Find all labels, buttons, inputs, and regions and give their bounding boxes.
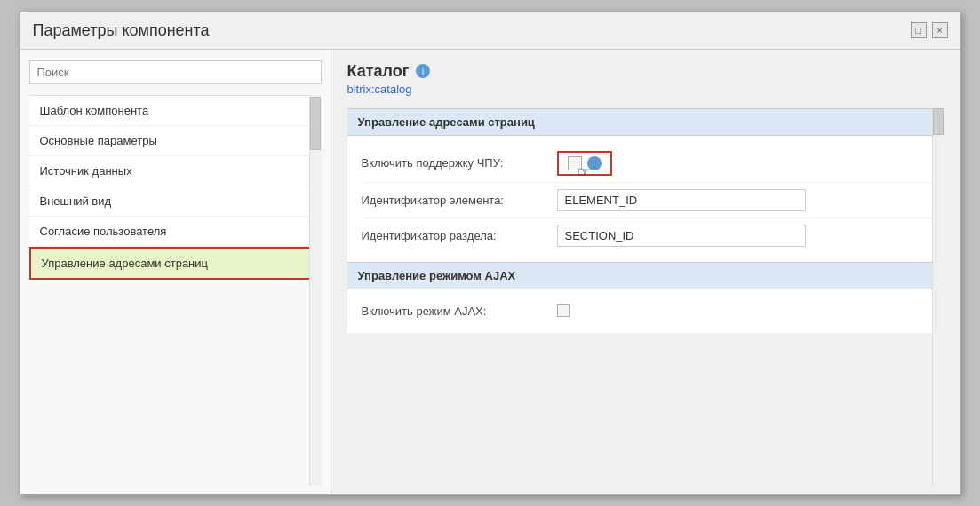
ajax-checkbox[interactable] bbox=[557, 304, 570, 317]
dialog-body: Шаблон компонента Основные параметры Ист… bbox=[20, 50, 960, 494]
component-params-dialog: Параметры компонента □ × Шаблон компонен… bbox=[20, 12, 961, 495]
dialog-titlebar: Параметры компонента □ × bbox=[20, 12, 960, 50]
param-row-element-id: Идентификатор элемента: bbox=[362, 183, 930, 218]
ajax-section-body: Включить режим AJAX: bbox=[347, 289, 944, 333]
section-id-input[interactable] bbox=[557, 225, 806, 247]
component-title: Каталог bbox=[347, 62, 410, 81]
param-row-seo: Включить поддержку ЧПУ: ☞ i bbox=[362, 145, 930, 183]
sidebar-item-appearance[interactable]: Внешний вид bbox=[29, 186, 322, 217]
param-value-element-id bbox=[557, 189, 930, 211]
component-title-info-icon[interactable]: i bbox=[416, 64, 430, 78]
sidebar-item-consent[interactable]: Согласие пользователя bbox=[29, 217, 322, 247]
sidebar: Шаблон компонента Основные параметры Ист… bbox=[20, 50, 331, 494]
param-label-element-id: Идентификатор элемента: bbox=[362, 194, 557, 207]
seo-checkbox[interactable]: ☞ bbox=[568, 156, 582, 170]
sidebar-list-inner: Шаблон компонента Основные параметры Ист… bbox=[29, 95, 322, 280]
main-content: Каталог i bitrix:catalog Управление адре… bbox=[331, 50, 960, 494]
component-title-row: Каталог i bbox=[347, 62, 944, 81]
param-row-section-id: Идентификатор раздела: bbox=[362, 218, 930, 253]
sidebar-scrollbar-track bbox=[309, 95, 322, 486]
seo-info-icon[interactable]: i bbox=[587, 156, 602, 170]
param-row-ajax: Включить режим AJAX: bbox=[362, 298, 930, 324]
sidebar-item-template[interactable]: Шаблон компонента bbox=[29, 96, 322, 126]
param-label-section-id: Идентификатор раздела: bbox=[362, 229, 557, 242]
param-label-seo: Включить поддержку ЧПУ: bbox=[362, 156, 557, 170]
close-button[interactable]: × bbox=[932, 22, 948, 38]
sidebar-list: Шаблон компонента Основные параметры Ист… bbox=[29, 95, 322, 486]
sidebar-scrollbar-thumb[interactable] bbox=[310, 97, 321, 150]
minimize-button[interactable]: □ bbox=[911, 22, 927, 38]
seo-checkbox-area: ☞ i bbox=[557, 151, 612, 176]
element-id-input[interactable] bbox=[557, 189, 806, 211]
dialog-title: Параметры компонента bbox=[33, 21, 210, 40]
param-value-seo: ☞ i bbox=[557, 151, 930, 176]
sidebar-item-datasource[interactable]: Источник данных bbox=[29, 156, 322, 186]
component-id: bitrix:catalog bbox=[347, 83, 944, 96]
url-section-header: Управление адресами страниц bbox=[347, 108, 944, 136]
sidebar-item-basic[interactable]: Основные параметры bbox=[29, 126, 322, 156]
dialog-controls: □ × bbox=[911, 22, 948, 38]
param-label-ajax: Включить режим AJAX: bbox=[362, 304, 557, 318]
search-input[interactable] bbox=[29, 60, 322, 84]
param-value-ajax bbox=[557, 304, 930, 317]
content-scrollbar-track bbox=[932, 108, 944, 486]
url-section-body: Включить поддержку ЧПУ: ☞ i Ид bbox=[347, 136, 944, 262]
content-scroll: Управление адресами страниц Включить под… bbox=[347, 108, 944, 486]
content-scrollbar-thumb[interactable] bbox=[933, 108, 944, 135]
param-value-section-id bbox=[557, 225, 930, 247]
sidebar-item-url-management[interactable]: Управление адресами страниц bbox=[29, 247, 322, 280]
component-header: Каталог i bitrix:catalog bbox=[347, 62, 944, 96]
ajax-section-header: Управление режимом AJAX bbox=[347, 262, 944, 289]
